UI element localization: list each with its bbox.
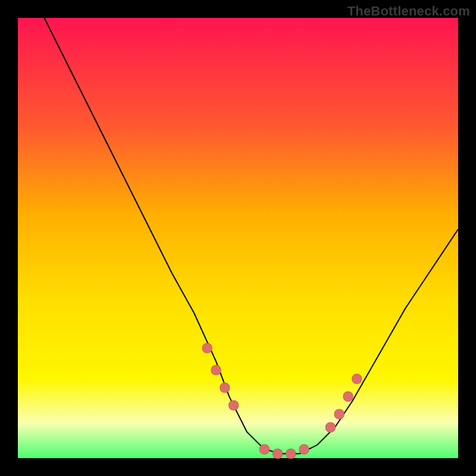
plot-background bbox=[18, 18, 458, 458]
marker-point bbox=[343, 392, 353, 401]
marker-point bbox=[334, 409, 344, 419]
marker-point bbox=[211, 365, 221, 375]
chart-container: TheBottleneck.com bbox=[0, 0, 476, 476]
marker-point bbox=[352, 374, 362, 384]
marker-point bbox=[229, 400, 239, 410]
bottleneck-chart bbox=[0, 0, 476, 476]
marker-point bbox=[273, 449, 283, 459]
marker-point bbox=[202, 343, 212, 353]
marker-point bbox=[220, 383, 230, 393]
marker-point bbox=[299, 444, 309, 454]
marker-point bbox=[325, 422, 335, 432]
watermark-text: TheBottleneck.com bbox=[347, 4, 470, 19]
marker-point bbox=[286, 449, 296, 459]
marker-point bbox=[259, 444, 269, 454]
